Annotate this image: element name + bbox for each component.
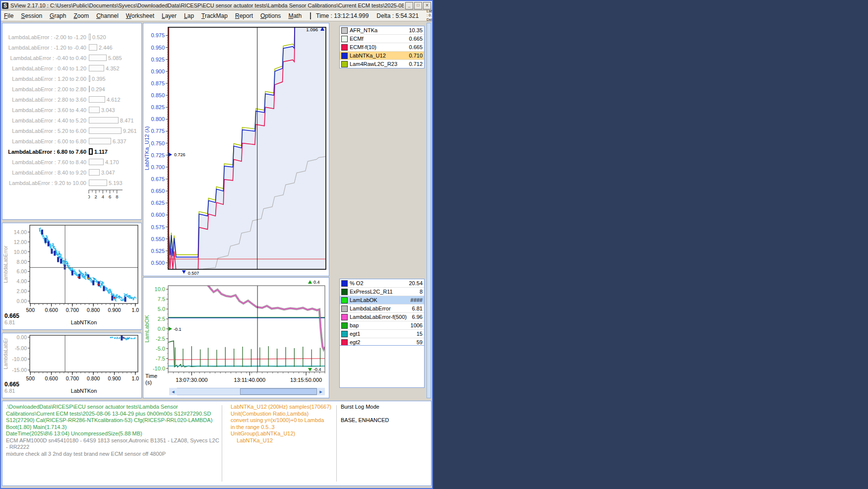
svg-text:LabNTKon: LabNTKon: [71, 388, 97, 394]
timeseries-panel: 10.07.55.02.50.0-2.5-5.0-7.5-10.0LamLabO…: [143, 277, 329, 398]
side-scrollbar[interactable]: [427, 23, 431, 398]
title-bar[interactable]: S SView 2.17.10 : C:\Users\Public\Docume…: [1, 1, 432, 10]
histogram-label: LambdaLabError : 6.80 to 7.60: [2, 149, 89, 155]
log-mode-line: Burst Log Mode: [341, 404, 429, 411]
histogram-label: LambdaLabError : -1.20 to -0.40: [2, 45, 89, 51]
histogram-row[interactable]: LambdaLabError : 4.40 to 5.20 8.471: [2, 115, 141, 125]
scroll-track[interactable]: [177, 388, 317, 395]
error-scatter-chart[interactable]: 14.0012.0010.008.006.004.002.000.005000.…: [2, 223, 141, 329]
channel-name: Lam4RawL2C_R23: [350, 61, 397, 67]
svg-text:500: 500: [26, 307, 35, 313]
svg-text:500: 500: [26, 375, 35, 381]
svg-text:0.600: 0.600: [45, 375, 58, 381]
error-scatter-chart-2[interactable]: 0.00-5.00-10.00-15.005000.6000.7000.8000…: [2, 333, 141, 398]
menu-item[interactable]: Report: [235, 12, 253, 19]
svg-text:-0.4: -0.4: [313, 367, 321, 372]
legend-row[interactable]: LabNTKa_U12 0.710: [340, 52, 424, 60]
svg-text:0.665: 0.665: [4, 312, 19, 319]
svg-text:1.0: 1.0: [132, 307, 139, 313]
legend-row[interactable]: % O2 20.54: [340, 279, 424, 288]
histogram-row[interactable]: LambdaLabError : 5.20 to 6.00 9.261: [2, 125, 141, 136]
menu-item[interactable]: TrackMap: [201, 12, 228, 19]
channel-info-line: in the range 0.5..3: [231, 424, 335, 431]
log-comments: ECM AFM1000D sn45410180 - 64S9 1813 sens…: [6, 437, 219, 458]
menu-item[interactable]: Session: [21, 12, 42, 19]
legend-row[interactable]: egt1 15: [340, 330, 424, 338]
lambda-staircase-chart[interactable]: 0.9750.9500.9250.9000.8750.8500.8250.800…: [143, 23, 328, 276]
histogram-row[interactable]: LambdaLabError : 9.20 to 10.00 5.193: [2, 178, 141, 188]
log-comment-line: mixture check all 3 2nd day test brand n…: [6, 451, 219, 458]
histogram-value: 4.612: [107, 97, 121, 103]
menu-item[interactable]: Math: [288, 12, 302, 19]
log-file-info-line: DateTime(2025\8\6 13:04) UncompressedSiz…: [6, 430, 219, 437]
histogram-row[interactable]: LambdaLabError : 6.00 to 6.80 6.337: [2, 136, 141, 146]
svg-text:0.800: 0.800: [151, 116, 165, 122]
svg-text:0.700: 0.700: [66, 375, 79, 381]
menu-item[interactable]: Layer: [162, 12, 177, 19]
svg-text:2.00: 2.00: [17, 288, 27, 294]
histogram-row[interactable]: LambdaLabError : -0.40 to 0.40 5.085: [2, 53, 141, 63]
histogram-bar: [89, 148, 93, 155]
channel-color-swatch: [341, 44, 348, 51]
svg-text:14.00: 14.00: [14, 229, 27, 235]
histogram-row[interactable]: LambdaLabError : 8.40 to 9.20 3.047: [2, 167, 141, 178]
menu-item[interactable]: Graph: [50, 12, 66, 19]
svg-text:-5.00: -5.00: [15, 345, 27, 351]
channel-color-swatch: [341, 36, 348, 42]
scroll-thumb[interactable]: [240, 388, 317, 395]
status-readout: Delta : 5:54.321: [376, 12, 419, 19]
timeseries-chart[interactable]: 10.07.55.02.50.0-2.5-5.0-7.5-10.0LamLabO…: [143, 278, 328, 386]
histogram-row[interactable]: LambdaLabError : 2.80 to 3.60 4.612: [2, 94, 141, 105]
histogram-label: LambdaLabError : 2.80 to 3.60: [2, 97, 89, 103]
legend-row[interactable]: ECMf-f(10) 0.665: [340, 43, 424, 52]
histogram-value: 2.446: [99, 45, 113, 51]
footer-divider: [336, 405, 337, 482]
menu-item[interactable]: File: [4, 12, 13, 19]
channel-name: egt1: [350, 331, 360, 337]
legend-row[interactable]: bap 1006: [340, 321, 424, 330]
minimize-button[interactable]: _: [405, 2, 413, 9]
svg-text:12.00: 12.00: [14, 239, 27, 245]
menu-item[interactable]: Channel: [96, 12, 119, 19]
svg-text:0.0: 0.0: [158, 326, 165, 332]
scroll-left-arrow[interactable]: ◄: [169, 388, 177, 395]
menu-item[interactable]: Worksheet: [126, 12, 154, 19]
channel-value: 0.710: [409, 53, 423, 59]
histogram-row[interactable]: LambdaLabError : 7.60 to 8.40 4.170: [2, 157, 141, 167]
histogram-row[interactable]: LambdaLabError : 6.80 to 7.60 1.117: [2, 146, 141, 157]
histogram-row[interactable]: LambdaLabError : -2.00 to -1.20 0.520: [2, 32, 141, 42]
legend-empty-box: [339, 345, 425, 388]
log-info-panel: .\DownloadedData\RICESP\ECU sensor actua…: [2, 401, 432, 486]
timeline-scrollbar[interactable]: ◄ ►: [169, 388, 325, 395]
legend-row[interactable]: LamLabOK ####: [340, 296, 424, 305]
histogram-panel: LambdaLabError : -2.00 to -1.20 0.520 La…: [2, 23, 142, 220]
histogram-row[interactable]: LambdaLabError : 3.60 to 4.40 3.043: [2, 105, 141, 115]
svg-text:0.500: 0.500: [151, 260, 165, 266]
maximize-button[interactable]: □: [414, 2, 422, 9]
legend-row[interactable]: ExPressL2C_R11 8: [340, 288, 424, 296]
legend-row[interactable]: LambdaLabError 6.81: [340, 305, 424, 313]
histogram-row[interactable]: LambdaLabError : -1.20 to -0.40 2.446: [2, 42, 141, 53]
histogram-bar: [89, 55, 107, 61]
channel-info-line: UnitGroup(LabNTKa_U12): [231, 430, 335, 437]
legend-row[interactable]: ECMf 0.665: [340, 35, 424, 43]
app-icon: S: [2, 2, 8, 9]
scroll-right-arrow[interactable]: ►: [317, 388, 325, 395]
footer-divider: [222, 405, 222, 482]
svg-text:13:07:30.000: 13:07:30.000: [176, 377, 207, 383]
svg-text:(s): (s): [145, 379, 152, 385]
histogram-bar: [89, 127, 122, 134]
channel-name: % O2: [350, 280, 364, 286]
histogram-row[interactable]: LambdaLabError : 0.40 to 1.20 4.352: [2, 63, 141, 73]
legend-row[interactable]: AFR_NTKa 10.35: [340, 26, 424, 35]
svg-text:6.00: 6.00: [17, 268, 27, 274]
menu-item[interactable]: Lap: [184, 12, 194, 19]
legend-row[interactable]: LambdaLabError-f(500) 6.96: [340, 313, 424, 321]
close-button[interactable]: X: [423, 2, 431, 9]
menu-item[interactable]: Zoom: [73, 12, 89, 19]
svg-text:0.725: 0.725: [151, 152, 165, 158]
menu-item[interactable]: Options: [260, 12, 281, 19]
legend-row[interactable]: Lam4RawL2C_R23 0.712: [340, 60, 424, 68]
histogram-row[interactable]: LambdaLabError : 1.20 to 2.00 0.395: [2, 73, 141, 84]
histogram-row[interactable]: LambdaLabError : 2.00 to 2.80 0.294: [2, 84, 141, 94]
